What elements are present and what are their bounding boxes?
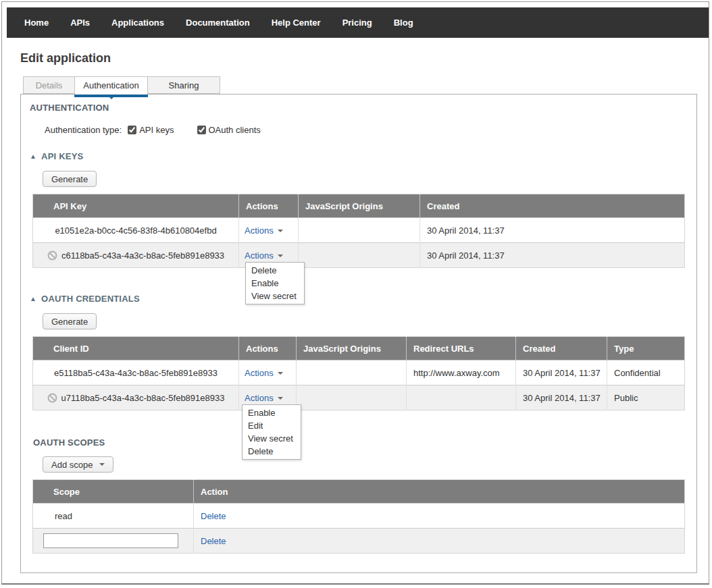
oauth-credentials-table: Client ID Actions JavaScript Origins Red…	[32, 336, 685, 410]
col-created: Created	[516, 337, 607, 360]
oauth-scopes-heading: OAUTH SCOPES	[33, 437, 696, 448]
col-actions: Actions	[239, 194, 299, 218]
client-id-value-disabled: u7118ba5-c43a-4a3c-b8ac-5feb891e8933	[33, 385, 239, 410]
oauth-credential-row-disabled: u7118ba5-c43a-4a3c-b8ac-5feb891e8933 Act…	[33, 385, 685, 410]
oauth-credential-actions-menu: Enable Edit View secret Delete	[242, 404, 301, 460]
created-cell: 30 April 2014, 11:37	[516, 385, 607, 410]
api-keys-table-header: API Key Actions JavaScript Origins Creat…	[33, 194, 685, 218]
authentication-section-heading: AUTHENTICATION	[30, 103, 696, 113]
oauth-credentials-section-header[interactable]: ▲ OAUTH CREDENTIALS	[30, 294, 696, 304]
authentication-panel: AUTHENTICATION Authentication type: API …	[20, 94, 697, 573]
active-tab-notch-icon	[107, 95, 116, 104]
api-keys-checkbox-group: API keys	[128, 125, 174, 135]
redirect-urls-cell	[407, 385, 516, 410]
disabled-ban-icon	[47, 393, 57, 403]
api-keys-checkbox[interactable]	[128, 126, 136, 134]
created-cell: 30 April 2014, 11:37	[420, 243, 685, 268]
api-key-actions-menu: Delete Enable View secret	[245, 262, 305, 304]
actions-dropdown-link-open[interactable]: Actions	[245, 393, 283, 403]
col-redirect-urls: Redirect URLs	[407, 337, 516, 360]
type-cell: Confidential	[607, 360, 685, 385]
client-id-value: e5118ba5-c43a-4a3c-b8ac-5feb891e8933	[33, 360, 239, 385]
caret-down-icon	[99, 463, 105, 466]
menu-item-enable[interactable]: Enable	[243, 406, 301, 419]
col-type: Type	[607, 337, 685, 360]
nav-item-applications[interactable]: Applications	[101, 18, 175, 28]
oauth-clients-checkbox-label: OAuth clients	[209, 125, 261, 135]
collapse-triangle-icon[interactable]: ▲	[30, 295, 36, 302]
menu-item-view-secret[interactable]: View secret	[246, 290, 304, 302]
menu-item-edit[interactable]: Edit	[243, 419, 301, 432]
menu-item-view-secret[interactable]: View secret	[243, 432, 301, 445]
nav-item-documentation[interactable]: Documentation	[175, 18, 261, 28]
new-scope-input[interactable]	[43, 533, 178, 548]
oauth-clients-checkbox-group: OAuth clients	[197, 125, 261, 135]
menu-item-enable[interactable]: Enable	[246, 277, 304, 290]
actions-link-label: Actions	[245, 225, 274, 236]
caret-down-icon	[278, 372, 283, 375]
generate-api-key-button[interactable]: Generate	[43, 171, 97, 187]
created-cell: 30 April 2014, 11:37	[516, 360, 607, 385]
redirect-urls-cell: http://www.axway.com	[407, 360, 516, 385]
col-action: Action	[194, 480, 685, 504]
tab-bar: Details Authentication Sharing	[23, 76, 697, 95]
oauth-scopes-table-header: Scope Action	[33, 480, 685, 504]
page-title: Edit application	[20, 51, 697, 65]
nav-item-blog[interactable]: Blog	[383, 18, 424, 28]
type-cell: Public	[607, 385, 685, 410]
oauth-credential-row: e5118ba5-c43a-4a3c-b8ac-5feb891e8933 Act…	[33, 360, 685, 385]
actions-dropdown-link-open[interactable]: Actions	[245, 250, 283, 261]
oauth-clients-checkbox[interactable]	[197, 126, 206, 134]
delete-scope-link[interactable]: Delete	[201, 536, 226, 546]
api-keys-section-header[interactable]: ▲ API KEYS	[30, 151, 696, 161]
caret-down-icon	[278, 255, 283, 257]
col-scope: Scope	[33, 480, 194, 504]
actions-link-label: Actions	[245, 393, 274, 403]
collapse-triangle-icon[interactable]: ▲	[30, 153, 36, 160]
tab-details[interactable]: Details	[23, 76, 74, 94]
generate-oauth-credential-button[interactable]: Generate	[43, 313, 97, 329]
scope-row: read Delete	[33, 504, 685, 529]
page-content: Edit application Details Authentication …	[2, 51, 709, 573]
disabled-ban-icon	[47, 250, 57, 261]
api-key-row: e1051e2a-b0cc-4c56-83f8-4b610804efbd Act…	[33, 218, 685, 243]
add-scope-label: Add scope	[51, 460, 93, 470]
oauth-credentials-heading: OAUTH CREDENTIALS	[41, 294, 140, 304]
col-actions: Actions	[239, 337, 297, 360]
api-keys-checkbox-label: API keys	[139, 125, 174, 135]
client-id-text: u7118ba5-c43a-4a3c-b8ac-5feb891e8933	[61, 393, 225, 403]
caret-down-icon	[278, 397, 283, 400]
tab-sharing[interactable]: Sharing	[147, 76, 220, 94]
menu-item-delete[interactable]: Delete	[246, 264, 304, 277]
col-js-origins: JavaScript Origins	[299, 194, 420, 218]
actions-link-label: Actions	[245, 368, 274, 378]
delete-scope-link[interactable]: Delete	[201, 511, 226, 521]
tab-authentication[interactable]: Authentication	[74, 76, 147, 95]
top-navbar: Home APIs Applications Documentation Hel…	[7, 7, 709, 38]
api-key-row-disabled: c6118ba5-c43a-4a3c-b8ac-5feb891e8933 Act…	[33, 243, 685, 268]
col-api-key: API Key	[33, 194, 239, 218]
js-origins-cell	[299, 243, 420, 268]
nav-item-home[interactable]: Home	[14, 18, 59, 28]
authentication-type-row: Authentication type: API keys OAuth clie…	[45, 125, 696, 135]
nav-item-help-center[interactable]: Help Center	[261, 18, 332, 28]
menu-item-delete[interactable]: Delete	[243, 445, 301, 458]
scope-value: read	[33, 504, 194, 529]
col-js-origins: JavaScript Origins	[297, 337, 407, 360]
add-scope-button[interactable]: Add scope	[43, 456, 113, 473]
api-key-text: c6118ba5-c43a-4a3c-b8ac-5feb891e8933	[61, 250, 224, 261]
nav-item-pricing[interactable]: Pricing	[332, 18, 383, 28]
actions-dropdown-link[interactable]: Actions	[245, 368, 283, 378]
caret-down-icon	[278, 230, 283, 232]
authentication-type-label: Authentication type:	[45, 125, 122, 135]
js-origins-cell	[299, 218, 420, 243]
actions-dropdown-link[interactable]: Actions	[245, 225, 283, 236]
api-key-value-disabled: c6118ba5-c43a-4a3c-b8ac-5feb891e8933	[33, 243, 239, 268]
api-key-value: e1051e2a-b0cc-4c56-83f8-4b610804efbd	[33, 218, 239, 243]
api-keys-heading: API KEYS	[41, 151, 83, 161]
created-cell: 30 April 2014, 11:37	[420, 218, 685, 243]
js-origins-cell	[297, 360, 407, 385]
js-origins-cell	[297, 385, 407, 410]
oauth-scopes-table: Scope Action read Delete Delete	[32, 479, 685, 554]
nav-item-apis[interactable]: APIs	[59, 18, 101, 28]
